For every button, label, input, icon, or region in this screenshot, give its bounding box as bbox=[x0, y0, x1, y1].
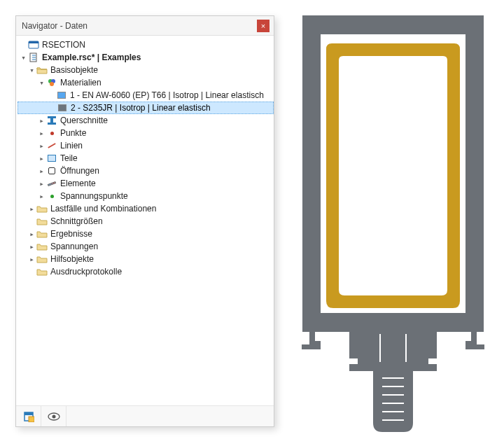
line-icon bbox=[46, 140, 57, 151]
cross-section-figure bbox=[294, 15, 492, 432]
tree-node-spannungspunkte[interactable]: ▸ Spannungspunkte bbox=[18, 190, 274, 202]
toggle-icon[interactable]: ▸ bbox=[37, 116, 46, 125]
tree-node-basisobjekte[interactable]: ▾ Basisobjekte bbox=[18, 64, 274, 76]
eye-icon bbox=[48, 412, 60, 421]
app-root-node[interactable]: ▾ RSECTION bbox=[18, 39, 274, 51]
footer-tab-view[interactable] bbox=[41, 406, 66, 426]
toggle-icon[interactable]: ▸ bbox=[37, 129, 46, 138]
svg-rect-8 bbox=[48, 123, 56, 125]
app-icon bbox=[28, 39, 39, 50]
toggle-icon[interactable]: ▸ bbox=[37, 179, 46, 188]
toggle-icon[interactable]: ▸ bbox=[37, 154, 46, 163]
tree-node-ausdruckprotokolle[interactable]: ▸ Ausdruckprotokolle bbox=[18, 265, 274, 278]
titlebar: Navigator - Daten × bbox=[16, 16, 274, 36]
toggle-icon[interactable]: ▸ bbox=[37, 167, 46, 176]
folder-icon bbox=[36, 241, 48, 252]
material-swatch-icon bbox=[57, 102, 68, 113]
panel-footer bbox=[16, 405, 274, 426]
file-node[interactable]: ▾ Example.rsc* | Examples bbox=[18, 51, 274, 64]
svg-rect-11 bbox=[29, 417, 34, 422]
tree-node-lastfaelle[interactable]: ▸ Lastfälle und Kombinationen bbox=[18, 202, 274, 215]
tree-node-punkte[interactable]: ▸ Punkte bbox=[18, 127, 274, 139]
opening-icon bbox=[46, 165, 57, 176]
toggle-icon[interactable]: ▸ bbox=[27, 204, 36, 214]
tree-node-teile[interactable]: ▸ Teile bbox=[18, 152, 274, 165]
tree-node-materialien[interactable]: ▾ Materialien bbox=[18, 76, 274, 89]
svg-rect-1 bbox=[29, 41, 38, 43]
folder-icon bbox=[36, 266, 48, 277]
tree-node-oeffnungen[interactable]: ▸ Öffnungen bbox=[18, 165, 274, 177]
tree-node-material-2[interactable]: ▸ 2 - S235JR | Isotrop | Linear elastisc… bbox=[18, 102, 274, 114]
material-swatch-icon bbox=[56, 90, 67, 101]
toggle-icon[interactable]: ▾ bbox=[19, 53, 28, 62]
materials-icon bbox=[46, 77, 57, 88]
folder-icon bbox=[36, 228, 48, 239]
navigator-panel: Navigator - Daten × ▾ RSECTION ▾ Example… bbox=[15, 15, 274, 427]
tree-node-elemente[interactable]: ▸ Elemente bbox=[18, 177, 274, 190]
folder-icon bbox=[36, 203, 48, 214]
svg-point-13 bbox=[52, 414, 55, 418]
toggle-icon[interactable]: ▸ bbox=[37, 141, 46, 151]
window-title: Navigator - Daten bbox=[22, 21, 257, 31]
file-label: Example.rsc* | Examples bbox=[42, 53, 141, 62]
point-icon bbox=[46, 127, 57, 139]
toggle-icon[interactable]: ▾ bbox=[37, 78, 46, 88]
svg-rect-7 bbox=[48, 116, 56, 118]
folder-icon bbox=[36, 216, 48, 227]
tree-node-hilfsobjekte[interactable]: ▸ Hilfsobjekte bbox=[18, 253, 274, 265]
inner-profile bbox=[326, 43, 460, 308]
tree-node-linien[interactable]: ▸ Linien bbox=[18, 139, 274, 152]
tree-node-spannungen[interactable]: ▸ Spannungen bbox=[18, 240, 274, 253]
tree-node-ergebnisse[interactable]: ▸ Ergebnisse bbox=[18, 228, 274, 240]
close-icon: × bbox=[261, 22, 265, 30]
toggle-icon[interactable]: ▾ bbox=[27, 66, 36, 75]
folder-icon bbox=[36, 64, 48, 76]
section-icon bbox=[46, 115, 57, 126]
svg-point-5 bbox=[50, 82, 54, 86]
footer-tab-data[interactable] bbox=[16, 406, 41, 426]
part-icon bbox=[46, 153, 57, 164]
data-tab-icon bbox=[23, 411, 34, 422]
tree-node-material-1[interactable]: ▸ 1 - EN AW-6060 (EP) T66 | Isotrop | Li… bbox=[18, 89, 274, 102]
stress-point-icon bbox=[46, 190, 57, 202]
svg-rect-10 bbox=[24, 412, 33, 415]
toggle-icon[interactable]: ▸ bbox=[27, 242, 36, 251]
toggle-icon[interactable]: ▸ bbox=[27, 255, 36, 264]
element-icon bbox=[46, 178, 57, 189]
folder-icon bbox=[36, 253, 48, 265]
toggle-icon[interactable]: ▸ bbox=[27, 230, 36, 239]
navigator-tree[interactable]: ▾ RSECTION ▾ Example.rsc* | Examples ▾ B… bbox=[16, 36, 274, 405]
tree-node-querschnitte[interactable]: ▸ Querschnitte bbox=[18, 114, 274, 127]
toggle-icon[interactable]: ▸ bbox=[37, 192, 46, 201]
close-button[interactable]: × bbox=[257, 20, 270, 32]
file-icon bbox=[28, 52, 39, 63]
tree-node-schnittgroessen[interactable]: ▸ Schnittgrößen bbox=[18, 215, 274, 228]
app-root-label: RSECTION bbox=[42, 40, 85, 50]
